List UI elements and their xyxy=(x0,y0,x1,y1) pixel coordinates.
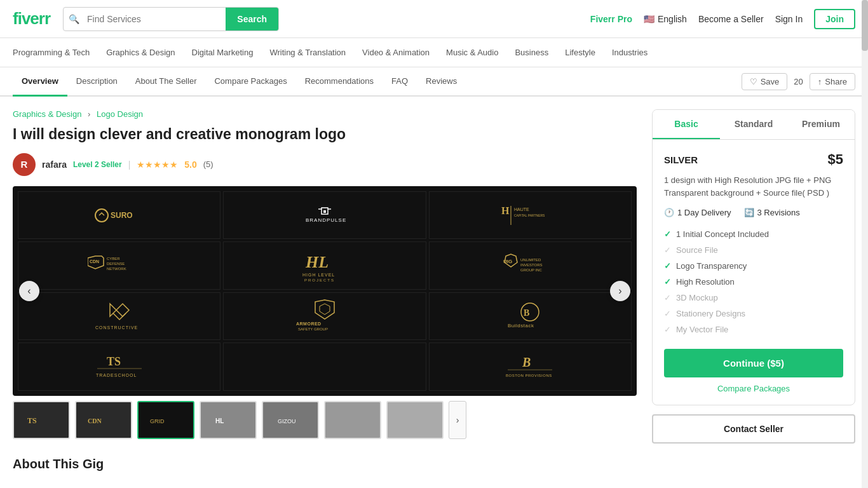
nav-item-digital[interactable]: Digital Marketing xyxy=(192,48,254,57)
svg-text:HL: HL xyxy=(215,417,224,424)
feature-label-0: 1 Initial Concept Included xyxy=(676,229,769,239)
nav-item-lifestyle[interactable]: Lifestyle xyxy=(565,48,595,57)
heart-icon: ♡ xyxy=(750,77,757,86)
nav-item-writing[interactable]: Writing & Translation xyxy=(269,48,346,57)
svg-text:B: B xyxy=(522,355,531,369)
avatar: R xyxy=(13,153,36,176)
features-list: ✓ 1 Initial Concept Included ✓ Source Fi… xyxy=(664,226,843,337)
svg-text:SURO: SURO xyxy=(111,211,133,220)
main-content: Graphics & Design › Logo Design I will d… xyxy=(0,97,868,480)
feature-x-icon-6: ✓ xyxy=(664,325,671,334)
svg-text:CDN: CDN xyxy=(88,417,102,424)
continue-button[interactable]: Continue ($5) xyxy=(664,349,843,377)
seller-name[interactable]: rafara xyxy=(42,159,67,170)
thumbnail-6[interactable] xyxy=(324,401,381,439)
scrollbar[interactable] xyxy=(862,0,868,480)
gallery-arrow-right[interactable]: › xyxy=(610,281,630,301)
package-meta: 🕐 1 Day Delivery 🔄 3 Revisions xyxy=(664,208,843,217)
tab-description[interactable]: Description xyxy=(67,67,126,97)
package-tabs: Basic Standard Premium xyxy=(653,110,855,140)
nav-item-video[interactable]: Video & Animation xyxy=(362,48,430,57)
package-box: Basic Standard Premium SILVER $5 1 desig… xyxy=(652,109,855,405)
logo: fiverr xyxy=(13,9,50,29)
sign-in-link[interactable]: Sign In xyxy=(775,14,803,24)
nav-item-industries[interactable]: Industries xyxy=(612,48,648,57)
thumbnail-2[interactable]: CDN xyxy=(75,401,132,439)
tab-faq[interactable]: FAQ xyxy=(383,67,417,97)
svg-text:ARMORED: ARMORED xyxy=(296,322,322,326)
save-button[interactable]: ♡ Save xyxy=(742,73,788,90)
svg-text:CAPITAL PARTNERS: CAPITAL PARTNERS xyxy=(514,214,545,217)
fiverr-pro-link[interactable]: Fiverr Pro xyxy=(590,14,632,24)
feature-item-5: ✓ Stationery Designs xyxy=(664,306,843,322)
divider: | xyxy=(128,159,131,170)
logo-armored: ARMORED SAFETY GROUP xyxy=(223,292,426,341)
package-tab-premium[interactable]: Premium xyxy=(787,110,855,139)
svg-text:UNLIMITED: UNLIMITED xyxy=(520,258,541,262)
svg-text:HAUTE: HAUTE xyxy=(514,207,529,212)
logo-buildstack: B Buildstack xyxy=(429,292,632,341)
nav-item-programming[interactable]: Programming & Tech xyxy=(13,48,90,57)
svg-text:INVESTORS: INVESTORS xyxy=(520,263,543,267)
feature-label-6: My Vector File xyxy=(676,325,728,334)
logo-boston: B BOSTON PROVISIONS xyxy=(429,342,632,391)
svg-text:NETWORK: NETWORK xyxy=(107,267,126,271)
svg-text:GROUP INC: GROUP INC xyxy=(520,268,543,272)
logo-suro: SURO xyxy=(18,191,220,240)
svg-text:CDN: CDN xyxy=(90,259,99,264)
search-bar: 🔍 Search xyxy=(63,7,279,31)
thumbnail-3[interactable]: GRID xyxy=(137,401,194,439)
breadcrumb-child[interactable]: Logo Design xyxy=(97,109,143,119)
svg-text:TS: TS xyxy=(27,416,37,425)
contact-seller-button[interactable]: Contact Seller xyxy=(652,414,855,444)
become-seller-link[interactable]: Become a Seller xyxy=(698,14,764,24)
language-button[interactable]: 🇺🇸 English xyxy=(644,14,687,24)
svg-text:TS: TS xyxy=(107,355,121,368)
tab-actions: ♡ Save 20 ↑ Share xyxy=(742,73,855,90)
header: fiverr 🔍 Search Fiverr Pro 🇺🇸 English Be… xyxy=(0,0,868,38)
svg-text:DEFENSE: DEFENSE xyxy=(107,262,125,266)
logo-cyber: CDN CYBER DEFENSE NETWORK xyxy=(18,241,220,290)
feature-label-3: High Resolution xyxy=(676,277,735,287)
stars: ★★★★★ xyxy=(137,159,178,170)
nav-item-graphics[interactable]: Graphics & Design xyxy=(106,48,175,57)
logo-constructive: CONSTRUCTIVE xyxy=(18,292,220,341)
breadcrumb-parent[interactable]: Graphics & Design xyxy=(13,109,81,119)
delivery-meta: 🕐 1 Day Delivery xyxy=(664,208,731,217)
left-panel: Graphics & Design › Logo Design I will d… xyxy=(13,109,637,480)
share-button[interactable]: ↑ Share xyxy=(810,73,855,90)
review-count: (5) xyxy=(203,159,214,169)
svg-text:B: B xyxy=(524,308,529,318)
logo-haute: H HAUTE CAPITAL PARTNERS xyxy=(429,191,632,240)
tab-compare-packages[interactable]: Compare Packages xyxy=(205,67,295,97)
join-button[interactable]: Join xyxy=(814,9,855,29)
thumbnail-5[interactable]: GIZOU xyxy=(262,401,319,439)
thumbnail-1[interactable]: TS xyxy=(13,401,70,439)
compare-packages-link[interactable]: Compare Packages xyxy=(664,384,843,393)
thumbnail-7[interactable] xyxy=(386,401,444,439)
package-description: 1 design with High Resolution JPG file +… xyxy=(664,174,843,199)
package-name: SILVER xyxy=(664,154,698,165)
main-image: SURO BRANDPULSE xyxy=(13,186,637,396)
thumbnail-4[interactable]: HL xyxy=(200,401,257,439)
search-button[interactable]: Search xyxy=(226,8,278,30)
gallery-arrow-left[interactable]: ‹ xyxy=(19,281,39,301)
search-input[interactable] xyxy=(85,9,226,29)
nav-item-business[interactable]: Business xyxy=(515,48,548,57)
svg-point-0 xyxy=(95,209,108,222)
thumbnails: TS CDN GRID HL GIZOU › xyxy=(13,401,637,439)
search-icon: 🔍 xyxy=(64,14,85,24)
package-tab-standard[interactable]: Standard xyxy=(720,110,787,139)
revisions-meta: 🔄 3 Revisions xyxy=(744,208,800,217)
tab-about-seller[interactable]: About The Seller xyxy=(126,67,206,97)
tab-overview[interactable]: Overview xyxy=(13,67,67,97)
thumbnail-next[interactable]: › xyxy=(449,401,466,439)
tab-reviews[interactable]: Reviews xyxy=(417,67,466,97)
package-tab-basic[interactable]: Basic xyxy=(653,110,720,139)
nav-item-music[interactable]: Music & Audio xyxy=(446,48,498,57)
feature-check-icon: ✓ xyxy=(664,229,671,239)
svg-text:BRANDPULSE: BRANDPULSE xyxy=(306,217,346,223)
tab-recommendations[interactable]: Recommendations xyxy=(296,67,383,97)
delivery-label: 1 Day Delivery xyxy=(677,208,731,217)
scrollbar-thumb[interactable] xyxy=(862,0,868,51)
